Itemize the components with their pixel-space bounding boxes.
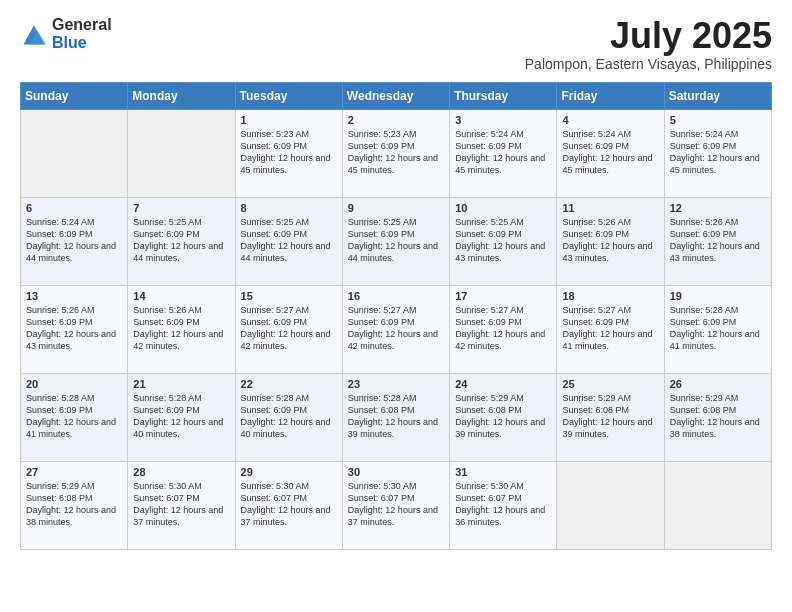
table-row: 30 Sunrise: 5:30 AM Sunset: 6:07 PM Dayl… <box>342 461 449 549</box>
sunset-text: Sunset: 6:09 PM <box>348 229 415 239</box>
sunset-text: Sunset: 6:09 PM <box>670 141 737 151</box>
daylight-text: Daylight: 12 hours and 41 minutes. <box>562 329 652 351</box>
sunset-text: Sunset: 6:09 PM <box>26 317 93 327</box>
day-number: 10 <box>455 202 551 214</box>
sunrise-text: Sunrise: 5:24 AM <box>670 129 739 139</box>
sunrise-text: Sunrise: 5:27 AM <box>455 305 524 315</box>
table-row: 28 Sunrise: 5:30 AM Sunset: 6:07 PM Dayl… <box>128 461 235 549</box>
cell-info: Sunrise: 5:27 AM Sunset: 6:09 PM Dayligh… <box>348 304 444 353</box>
table-row: 9 Sunrise: 5:25 AM Sunset: 6:09 PM Dayli… <box>342 197 449 285</box>
daylight-text: Daylight: 12 hours and 41 minutes. <box>670 329 760 351</box>
sunset-text: Sunset: 6:09 PM <box>241 141 308 151</box>
calendar-header-row: Sunday Monday Tuesday Wednesday Thursday… <box>21 82 772 109</box>
cell-info: Sunrise: 5:24 AM Sunset: 6:09 PM Dayligh… <box>455 128 551 177</box>
table-row: 31 Sunrise: 5:30 AM Sunset: 6:07 PM Dayl… <box>450 461 557 549</box>
calendar-week-row: 6 Sunrise: 5:24 AM Sunset: 6:09 PM Dayli… <box>21 197 772 285</box>
daylight-text: Daylight: 12 hours and 39 minutes. <box>348 417 438 439</box>
table-row: 17 Sunrise: 5:27 AM Sunset: 6:09 PM Dayl… <box>450 285 557 373</box>
header-monday: Monday <box>128 82 235 109</box>
daylight-text: Daylight: 12 hours and 36 minutes. <box>455 505 545 527</box>
title-block: July 2025 Palompon, Eastern Visayas, Phi… <box>525 16 772 72</box>
sunrise-text: Sunrise: 5:29 AM <box>455 393 524 403</box>
header-saturday: Saturday <box>664 82 771 109</box>
day-number: 13 <box>26 290 122 302</box>
table-row <box>664 461 771 549</box>
day-number: 14 <box>133 290 229 302</box>
sunrise-text: Sunrise: 5:30 AM <box>348 481 417 491</box>
day-number: 19 <box>670 290 766 302</box>
sunset-text: Sunset: 6:09 PM <box>348 141 415 151</box>
table-row: 1 Sunrise: 5:23 AM Sunset: 6:09 PM Dayli… <box>235 109 342 197</box>
cell-info: Sunrise: 5:30 AM Sunset: 6:07 PM Dayligh… <box>133 480 229 529</box>
day-number: 29 <box>241 466 337 478</box>
sunrise-text: Sunrise: 5:30 AM <box>133 481 202 491</box>
cell-info: Sunrise: 5:28 AM Sunset: 6:08 PM Dayligh… <box>348 392 444 441</box>
sunset-text: Sunset: 6:07 PM <box>348 493 415 503</box>
day-number: 31 <box>455 466 551 478</box>
sunset-text: Sunset: 6:09 PM <box>133 229 200 239</box>
sunrise-text: Sunrise: 5:27 AM <box>348 305 417 315</box>
sunset-text: Sunset: 6:07 PM <box>455 493 522 503</box>
table-row: 10 Sunrise: 5:25 AM Sunset: 6:09 PM Dayl… <box>450 197 557 285</box>
sunset-text: Sunset: 6:09 PM <box>241 405 308 415</box>
sunrise-text: Sunrise: 5:27 AM <box>562 305 631 315</box>
cell-info: Sunrise: 5:24 AM Sunset: 6:09 PM Dayligh… <box>26 216 122 265</box>
day-number: 11 <box>562 202 658 214</box>
table-row: 18 Sunrise: 5:27 AM Sunset: 6:09 PM Dayl… <box>557 285 664 373</box>
calendar-week-row: 1 Sunrise: 5:23 AM Sunset: 6:09 PM Dayli… <box>21 109 772 197</box>
sunrise-text: Sunrise: 5:25 AM <box>133 217 202 227</box>
cell-info: Sunrise: 5:27 AM Sunset: 6:09 PM Dayligh… <box>241 304 337 353</box>
day-number: 28 <box>133 466 229 478</box>
daylight-text: Daylight: 12 hours and 44 minutes. <box>241 241 331 263</box>
cell-info: Sunrise: 5:29 AM Sunset: 6:08 PM Dayligh… <box>562 392 658 441</box>
calendar-table: Sunday Monday Tuesday Wednesday Thursday… <box>20 82 772 550</box>
daylight-text: Daylight: 12 hours and 42 minutes. <box>348 329 438 351</box>
cell-info: Sunrise: 5:24 AM Sunset: 6:09 PM Dayligh… <box>562 128 658 177</box>
sunrise-text: Sunrise: 5:28 AM <box>26 393 95 403</box>
daylight-text: Daylight: 12 hours and 37 minutes. <box>133 505 223 527</box>
table-row: 27 Sunrise: 5:29 AM Sunset: 6:08 PM Dayl… <box>21 461 128 549</box>
title-location: Palompon, Eastern Visayas, Philippines <box>525 56 772 72</box>
page: General Blue July 2025 Palompon, Eastern… <box>0 0 792 612</box>
sunset-text: Sunset: 6:09 PM <box>26 405 93 415</box>
sunset-text: Sunset: 6:09 PM <box>670 229 737 239</box>
sunset-text: Sunset: 6:09 PM <box>455 317 522 327</box>
daylight-text: Daylight: 12 hours and 44 minutes. <box>26 241 116 263</box>
table-row: 20 Sunrise: 5:28 AM Sunset: 6:09 PM Dayl… <box>21 373 128 461</box>
cell-info: Sunrise: 5:30 AM Sunset: 6:07 PM Dayligh… <box>241 480 337 529</box>
sunrise-text: Sunrise: 5:23 AM <box>241 129 310 139</box>
sunset-text: Sunset: 6:08 PM <box>26 493 93 503</box>
table-row: 5 Sunrise: 5:24 AM Sunset: 6:09 PM Dayli… <box>664 109 771 197</box>
day-number: 5 <box>670 114 766 126</box>
sunrise-text: Sunrise: 5:24 AM <box>26 217 95 227</box>
cell-info: Sunrise: 5:29 AM Sunset: 6:08 PM Dayligh… <box>670 392 766 441</box>
daylight-text: Daylight: 12 hours and 37 minutes. <box>348 505 438 527</box>
daylight-text: Daylight: 12 hours and 45 minutes. <box>455 153 545 175</box>
daylight-text: Daylight: 12 hours and 45 minutes. <box>241 153 331 175</box>
cell-info: Sunrise: 5:27 AM Sunset: 6:09 PM Dayligh… <box>562 304 658 353</box>
day-number: 21 <box>133 378 229 390</box>
table-row: 15 Sunrise: 5:27 AM Sunset: 6:09 PM Dayl… <box>235 285 342 373</box>
sunrise-text: Sunrise: 5:24 AM <box>455 129 524 139</box>
table-row: 13 Sunrise: 5:26 AM Sunset: 6:09 PM Dayl… <box>21 285 128 373</box>
logo: General Blue <box>20 16 112 51</box>
header-friday: Friday <box>557 82 664 109</box>
day-number: 22 <box>241 378 337 390</box>
calendar-week-row: 13 Sunrise: 5:26 AM Sunset: 6:09 PM Dayl… <box>21 285 772 373</box>
cell-info: Sunrise: 5:29 AM Sunset: 6:08 PM Dayligh… <box>26 480 122 529</box>
daylight-text: Daylight: 12 hours and 45 minutes. <box>562 153 652 175</box>
sunrise-text: Sunrise: 5:26 AM <box>562 217 631 227</box>
daylight-text: Daylight: 12 hours and 37 minutes. <box>241 505 331 527</box>
table-row: 3 Sunrise: 5:24 AM Sunset: 6:09 PM Dayli… <box>450 109 557 197</box>
sunset-text: Sunset: 6:09 PM <box>26 229 93 239</box>
table-row: 7 Sunrise: 5:25 AM Sunset: 6:09 PM Dayli… <box>128 197 235 285</box>
day-number: 16 <box>348 290 444 302</box>
sunset-text: Sunset: 6:08 PM <box>670 405 737 415</box>
daylight-text: Daylight: 12 hours and 39 minutes. <box>455 417 545 439</box>
table-row: 24 Sunrise: 5:29 AM Sunset: 6:08 PM Dayl… <box>450 373 557 461</box>
sunset-text: Sunset: 6:08 PM <box>455 405 522 415</box>
sunset-text: Sunset: 6:09 PM <box>455 229 522 239</box>
sunrise-text: Sunrise: 5:25 AM <box>241 217 310 227</box>
daylight-text: Daylight: 12 hours and 42 minutes. <box>241 329 331 351</box>
sunset-text: Sunset: 6:09 PM <box>455 141 522 151</box>
